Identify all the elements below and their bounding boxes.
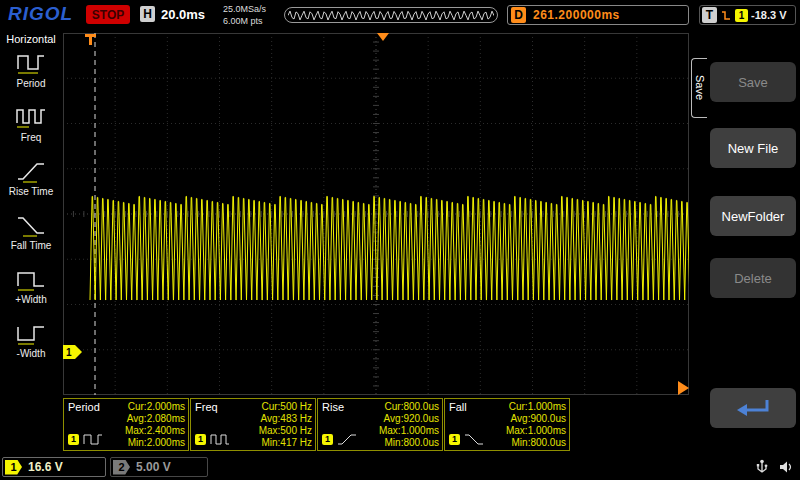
graticule-svg: 1 xyxy=(63,33,689,395)
fall-measure-icon xyxy=(463,432,485,446)
measure-item-freq[interactable]: Freq xyxy=(2,104,60,143)
return-arrow-icon xyxy=(731,396,775,420)
rise-measure-icon xyxy=(336,432,358,446)
period-measure-icon xyxy=(82,432,104,446)
measurement-min: Min:417 Hz xyxy=(259,437,312,449)
rise-time-icon xyxy=(15,158,47,184)
measurement-cur: Cur:800.0us xyxy=(379,401,439,413)
delay-value: 261.200000ms xyxy=(533,8,620,22)
measure-item-minus-width[interactable]: -Width xyxy=(2,320,60,359)
minus-width-icon xyxy=(15,320,47,346)
trigger-source-badge: 1 xyxy=(735,9,748,22)
delay-readout-group: D 261.200000ms xyxy=(507,5,689,25)
measurement-source: 1 xyxy=(449,432,485,446)
channel1-waveform xyxy=(90,196,689,300)
measure-item-label: Rise Time xyxy=(9,186,53,197)
measurement-results-panel: Period 1 Cur:2.000ms Avg:2.080ms Max:2.4… xyxy=(63,398,689,453)
usb-icon xyxy=(755,459,769,475)
measure-item-label: Freq xyxy=(21,132,42,143)
measurement-cur: Cur:1.000ms xyxy=(506,401,566,413)
measurement-fall-box: Fall 1 Cur:1.000ms Avg:900.0us Max:1.000… xyxy=(444,398,570,451)
channel1-status[interactable]: 1 16.6 V xyxy=(2,457,106,477)
measurement-max: Max:500 Hz xyxy=(259,425,312,437)
timebase-value: 20.0ms xyxy=(161,7,205,22)
measurement-freq-box: Freq 1 Cur:500 Hz Avg:483 Hz Max:500 Hz … xyxy=(190,398,316,451)
plus-width-icon xyxy=(15,266,47,292)
measurement-name: Freq xyxy=(195,401,218,413)
measurement-values: Cur:500 Hz Avg:483 Hz Max:500 Hz Min:417… xyxy=(259,401,312,449)
save-button[interactable]: Save xyxy=(710,62,796,102)
trigger-slope-icon xyxy=(720,9,732,22)
measurement-name: Fall xyxy=(449,401,467,413)
channel2-status[interactable]: 2 5.00 V xyxy=(110,457,208,477)
channel2-scale: 5.00 V xyxy=(136,460,171,474)
measurement-avg: Avg:900.0us xyxy=(506,413,566,425)
channel1-scale: 16.6 V xyxy=(28,460,63,474)
measurement-min: Min:2.000ms xyxy=(125,437,185,449)
measurement-max: Max:2.400ms xyxy=(125,425,185,437)
measurement-source: 1 xyxy=(68,432,104,446)
new-file-button[interactable]: New File xyxy=(710,128,796,168)
waveform-preview-strip xyxy=(284,7,498,23)
horizontal-key-label: H xyxy=(140,6,155,22)
channel-status-bar: 1 16.6 V 2 5.00 V xyxy=(0,455,800,480)
measurement-avg: Avg:2.080ms xyxy=(125,413,185,425)
delete-button[interactable]: Delete xyxy=(710,258,796,298)
measure-item-plus-width[interactable]: +Width xyxy=(2,266,60,305)
source-channel-badge: 1 xyxy=(195,434,206,445)
measurement-avg: Avg:483 Hz xyxy=(259,413,312,425)
measurement-rise-box: Rise 1 Cur:800.0us Avg:920.0us Max:1.000… xyxy=(317,398,443,451)
measurement-cur: Cur:2.000ms xyxy=(125,401,185,413)
waveform-display-area: 1 xyxy=(63,33,689,395)
horizontal-timebase-group: H 20.0ms xyxy=(140,6,205,22)
source-channel-badge: 1 xyxy=(449,434,460,445)
fall-time-icon xyxy=(15,212,47,238)
menu-tab-save: Save xyxy=(691,58,707,118)
measurement-source: 1 xyxy=(322,432,358,446)
measurement-cur: Cur:500 Hz xyxy=(259,401,312,413)
sweep-start-marker xyxy=(85,34,96,45)
period-icon xyxy=(15,50,47,76)
top-status-bar: RIGOL STOP H 20.0ms 25.0MSa/s 6.00M pts … xyxy=(0,0,800,30)
measurement-avg: Avg:920.0us xyxy=(379,413,439,425)
measurement-values: Cur:800.0us Avg:920.0us Max:1.000ms Min:… xyxy=(379,401,439,449)
source-channel-badge: 1 xyxy=(322,434,333,445)
measurement-period-box: Period 1 Cur:2.000ms Avg:2.080ms Max:2.4… xyxy=(63,398,189,451)
trigger-level-value: -18.3 V xyxy=(751,9,786,21)
measurement-name: Period xyxy=(68,401,100,413)
measurement-values: Cur:1.000ms Avg:900.0us Max:1.000ms Min:… xyxy=(506,401,566,449)
new-folder-button[interactable]: NewFolder xyxy=(710,196,796,236)
measurement-values: Cur:2.000ms Avg:2.080ms Max:2.400ms Min:… xyxy=(125,401,185,449)
trigger-readout-group: T 1 -18.3 V xyxy=(699,5,796,25)
delay-key-label: D xyxy=(511,7,526,23)
acquisition-info: 25.0MSa/s 6.00M pts xyxy=(223,3,266,27)
freq-measure-icon xyxy=(209,432,231,446)
measurement-min: Min:800.0us xyxy=(379,437,439,449)
speaker-icon xyxy=(778,459,794,475)
measurement-min: Min:800.0us xyxy=(506,437,566,449)
measure-item-rise-time[interactable]: Rise Time xyxy=(2,158,60,197)
measure-item-menu: Horizontal Period Freq Rise Time Fall Ti… xyxy=(0,30,62,455)
return-button[interactable] xyxy=(710,388,796,428)
measure-item-period[interactable]: Period xyxy=(2,50,60,89)
preview-waveform-svg xyxy=(288,9,494,22)
grid-lines xyxy=(63,33,689,395)
status-icons xyxy=(755,459,794,475)
measurement-max: Max:1.000ms xyxy=(506,425,566,437)
run-state-indicator: STOP xyxy=(86,5,130,24)
memory-depth-value: 6.00M pts xyxy=(223,15,266,27)
measurement-name: Rise xyxy=(322,401,344,413)
trigger-key-label: T xyxy=(702,7,717,23)
measure-category-title: Horizontal xyxy=(6,33,56,45)
save-menu-panel: Save Save New File NewFolder Delete xyxy=(690,30,800,455)
measure-item-label: +Width xyxy=(15,294,46,305)
measure-item-fall-time[interactable]: Fall Time xyxy=(2,212,60,251)
channel2-tag: 2 xyxy=(113,460,130,475)
channel1-ground-marker-label: 1 xyxy=(66,347,72,358)
measure-item-label: Fall Time xyxy=(11,240,52,251)
source-channel-badge: 1 xyxy=(68,434,79,445)
measurement-max: Max:1.000ms xyxy=(379,425,439,437)
channel1-tag: 1 xyxy=(5,460,22,475)
measure-item-label: Period xyxy=(17,78,46,89)
sample-rate-value: 25.0MSa/s xyxy=(223,3,266,15)
